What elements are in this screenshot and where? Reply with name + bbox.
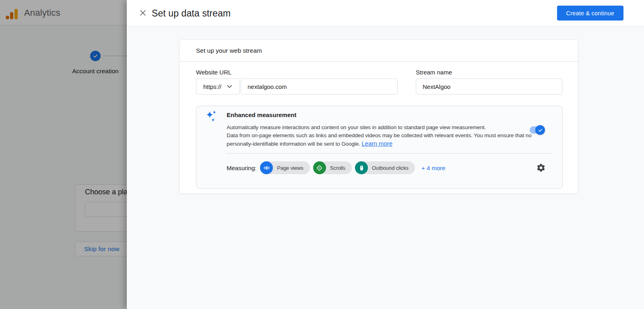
stream-name-input[interactable] [416, 78, 562, 95]
chip-label: Page views [277, 165, 303, 171]
measuring-label: Measuring: [227, 165, 256, 171]
screen: Analytics Account creation Choose a plat… [0, 0, 644, 309]
sparkle-icon [206, 110, 218, 124]
divider [227, 153, 552, 154]
enhanced-measurement-title: Enhanced measurement [227, 111, 296, 118]
check-icon [538, 128, 543, 133]
protocol-select[interactable]: https:// [196, 78, 240, 95]
chip-scrolls: Scrolls [313, 161, 352, 174]
measuring-row: Measuring: Page views [227, 161, 446, 174]
website-url-label: Website URL [196, 69, 231, 76]
eye-icon [260, 161, 273, 174]
setup-data-stream-dialog: Set up data stream Create & continue Set… [127, 0, 644, 309]
stream-name-label: Stream name [416, 69, 452, 76]
chip-label: Outbound clicks [372, 165, 409, 171]
chip-page-views: Page views [260, 161, 310, 174]
chip-outbound-clicks: Outbound clicks [355, 161, 415, 174]
chip-label: Scrolls [330, 165, 345, 171]
protocol-value: https:// [203, 83, 221, 90]
web-stream-card-title: Set up your web stream [196, 47, 262, 54]
close-icon[interactable] [138, 9, 147, 18]
create-continue-button[interactable]: Create & continue [557, 6, 623, 21]
description-sentence-1: Automatically measure interactions and c… [227, 124, 556, 132]
enhanced-measurement-description: Automatically measure interactions and c… [227, 124, 556, 148]
dialog-title: Set up data stream [152, 0, 231, 27]
learn-more-link[interactable]: Learn more [361, 140, 392, 147]
website-url-input[interactable] [241, 78, 398, 95]
enhanced-measurement-toggle[interactable] [530, 125, 545, 135]
more-measurements-link[interactable]: + 4 more [421, 165, 446, 171]
dialog-header: Set up data stream Create & continue [127, 0, 644, 27]
modal-scrim [0, 0, 127, 309]
chevron-down-icon [227, 85, 232, 88]
settings-gear-icon[interactable] [536, 163, 546, 173]
toggle-thumb [535, 125, 545, 135]
scroll-diamond-icon [313, 161, 326, 174]
web-stream-card-header: Set up your web stream [180, 40, 578, 62]
mouse-icon [355, 161, 368, 174]
background-page: Analytics Account creation Choose a plat… [0, 0, 127, 309]
web-stream-card: Set up your web stream Website URL Strea… [179, 39, 578, 194]
enhanced-measurement-section: Enhanced measurement Automatically measu… [196, 106, 563, 189]
